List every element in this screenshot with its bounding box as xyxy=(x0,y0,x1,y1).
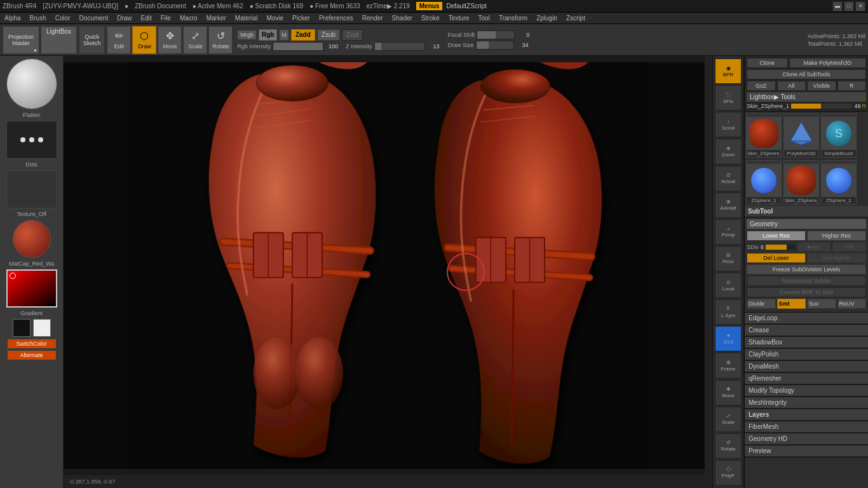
menu-macro[interactable]: Macro xyxy=(178,14,200,22)
rgb-intensity-slider[interactable] xyxy=(273,42,323,51)
r-button[interactable]: R xyxy=(837,81,867,91)
minimize-button[interactable]: ▬ xyxy=(832,1,843,11)
menus-button[interactable]: Menus xyxy=(416,2,443,10)
del-lower-button[interactable]: Del Lower xyxy=(747,253,806,263)
divide-button[interactable]: Divide xyxy=(747,299,776,309)
del-higher-button[interactable]: Del Higher xyxy=(807,253,866,263)
white-swatch[interactable] xyxy=(33,319,51,337)
black-swatch[interactable] xyxy=(13,319,31,337)
thumb-zsphere1[interactable]: ZSphere_1 xyxy=(746,160,782,205)
menu-transform[interactable]: Transform xyxy=(497,14,529,22)
persp-button[interactable]: ⟁ Persp xyxy=(715,219,742,245)
menu-material[interactable]: Material xyxy=(233,14,260,22)
clone-button[interactable]: Clone xyxy=(747,58,788,68)
menu-picker[interactable]: Picker xyxy=(290,14,312,22)
tage-button[interactable]: ▶age xyxy=(797,242,831,252)
canvas-scroll[interactable] xyxy=(705,56,712,488)
menu-file[interactable]: File xyxy=(159,14,173,22)
geometry-title[interactable]: Geometry xyxy=(747,219,866,229)
polyf-button[interactable]: ⬡ PolyF xyxy=(715,460,742,485)
convert-bpr-button[interactable]: Convert BPR To Geo xyxy=(747,287,866,297)
zcut-button[interactable]: Zcut xyxy=(342,29,363,41)
thumb-simple-brush[interactable]: S SimpleBrush xyxy=(821,113,857,158)
menu-edit[interactable]: Edit xyxy=(139,14,154,22)
menu-render[interactable]: Render xyxy=(360,14,385,22)
lightbox-button[interactable]: LightBox xyxy=(41,26,77,54)
rgb-select[interactable]: Rgb xyxy=(259,29,277,41)
edge-loop-button[interactable]: EdgeLoop xyxy=(745,313,868,324)
menu-alpha[interactable]: Alpha xyxy=(3,14,23,22)
crease-button[interactable]: Crease xyxy=(745,325,868,336)
reconstruct-subdiv-button[interactable]: Reconstruct Subdiv xyxy=(747,276,866,286)
all-button[interactable]: All xyxy=(777,81,806,91)
thumb-zsphere2[interactable]: ZSphere_1 xyxy=(821,160,857,205)
mrgb-button[interactable]: Mrgb xyxy=(237,30,257,40)
maximize-button[interactable]: □ xyxy=(844,1,854,11)
menu-texture[interactable]: Texture xyxy=(447,14,471,22)
close-button[interactable]: ✕ xyxy=(855,1,865,11)
skin-zsphere-slider[interactable] xyxy=(790,103,853,109)
geometryhd-button[interactable]: Geometry HD xyxy=(745,433,868,445)
higher-res-button[interactable]: Higher Res xyxy=(807,231,866,241)
local-button[interactable]: ⊙ Local xyxy=(715,273,742,298)
freeze-subdiv-button[interactable]: Freeze SubDivision Levels xyxy=(747,264,866,274)
sdiv-slider[interactable] xyxy=(766,245,796,250)
menu-stroke[interactable]: Stroke xyxy=(419,14,442,22)
draw-button[interactable]: ⬡ Draw xyxy=(132,26,156,54)
scroll-button[interactable]: ↕ Scroll xyxy=(715,112,742,137)
alternate-button[interactable]: Alternate xyxy=(8,351,56,360)
make-polymesh-button[interactable]: Make PolyMesh3D xyxy=(789,58,866,68)
material-preview[interactable] xyxy=(13,220,51,258)
aahalf-button[interactable]: ⊞ AAHalf xyxy=(715,193,742,218)
edit-button[interactable]: ✏ Edit xyxy=(107,26,131,54)
rotate-rt-button[interactable]: ↺ Rotate xyxy=(715,433,742,459)
menu-color[interactable]: Color xyxy=(53,14,72,22)
lightbox-tools-header[interactable]: Lightbox▶ Tools xyxy=(747,92,866,102)
menu-zplugin[interactable]: Zplugin xyxy=(534,14,559,22)
suv-button[interactable]: Suv xyxy=(807,299,836,309)
actual-button[interactable]: ⊡ Actual xyxy=(715,166,742,191)
scale-button[interactable]: ⤢ Scale xyxy=(183,26,207,54)
menu-tool[interactable]: Tool xyxy=(477,14,492,22)
smt-button[interactable]: Smt xyxy=(777,299,806,309)
quick-sketch-button[interactable]: Quick Sketch xyxy=(79,26,105,54)
scale-rt-button[interactable]: ⤢ Scale xyxy=(715,407,742,432)
focal-shift-slider[interactable] xyxy=(477,30,515,39)
brush-preview[interactable] xyxy=(6,121,57,159)
fibermesh-button[interactable]: FiberMesh xyxy=(745,421,868,433)
qremesher-button[interactable]: qRemesher xyxy=(745,373,868,384)
menu-marker[interactable]: Marker xyxy=(205,14,228,22)
modify-topology-button[interactable]: Modify Topology xyxy=(745,385,868,396)
menu-movie[interactable]: Movie xyxy=(264,14,285,22)
floor-button[interactable]: ⊟ Floor xyxy=(715,246,742,271)
lsym-button[interactable]: ⧖ L.Sym xyxy=(715,299,742,325)
z-intensity-slider[interactable] xyxy=(374,42,425,51)
lower-res-button[interactable]: Lower Res xyxy=(747,231,806,241)
mesh-integrity-button[interactable]: MeshIntegrity xyxy=(745,397,868,409)
spix-button[interactable]: ⬛ SPix xyxy=(715,85,742,111)
zoom-button[interactable]: ⊕ Zoom xyxy=(715,139,742,164)
switch-color-button[interactable]: SwitchColor xyxy=(8,339,56,348)
thumb-skin-zsphere1[interactable]: Skin_ZSphere_1 xyxy=(746,113,782,158)
thumb-skin-zsphere2[interactable]: Skin_ZSphere_1 xyxy=(783,160,819,205)
rotate-button[interactable]: ↺ Rotate xyxy=(208,26,233,54)
goz-button[interactable]: GoZ xyxy=(747,81,776,91)
shadowbox-button[interactable]: ShadowBox xyxy=(745,337,868,348)
m-button[interactable]: M xyxy=(279,29,289,41)
alpha-preview[interactable] xyxy=(6,58,57,109)
move-rt-button[interactable]: ✥ Move xyxy=(715,380,742,405)
clone-all-subtools-button[interactable]: Clone All SubTools xyxy=(747,69,866,79)
move-button[interactable]: ✥ Move xyxy=(158,26,182,54)
menu-shader[interactable]: Shader xyxy=(390,14,414,22)
rstr-button[interactable]: Rstr xyxy=(832,242,866,252)
color-picker[interactable] xyxy=(6,269,57,308)
dynamesh-button[interactable]: DynaMesh xyxy=(745,361,868,372)
menu-document[interactable]: Document xyxy=(78,14,111,22)
frame-button[interactable]: ⊞ Frame xyxy=(715,353,742,378)
texture-preview[interactable] xyxy=(6,170,57,208)
xyz-button[interactable]: ✦ XYZ xyxy=(715,326,742,351)
reuv-button[interactable]: ReUV xyxy=(837,299,867,309)
menu-preferences[interactable]: Preferences xyxy=(317,14,355,22)
preview-button[interactable]: Preview xyxy=(745,445,868,457)
claypolish-button[interactable]: ClayPolish xyxy=(745,349,868,360)
